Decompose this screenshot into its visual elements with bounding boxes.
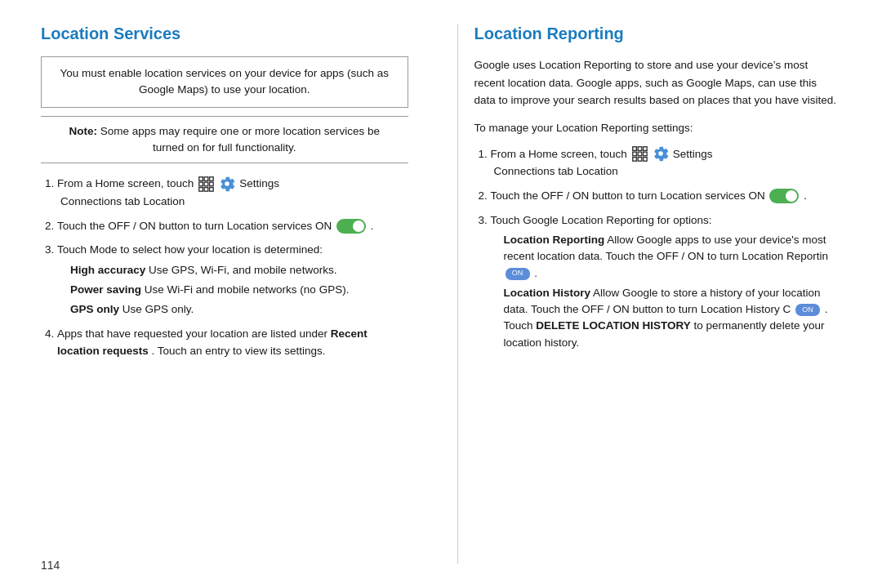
info-box: You must enable location services on you…: [41, 56, 408, 108]
svg-rect-9: [633, 147, 637, 151]
step-1-middle: Settings: [239, 175, 279, 193]
note-label: Note:: [69, 125, 98, 137]
svg-rect-12: [633, 153, 637, 157]
right-column: Location Reporting Google uses Location …: [457, 24, 842, 564]
left-step-3: Touch Mode to select how your location i…: [57, 241, 408, 318]
note-box: Note: Some apps may require one or more …: [41, 116, 408, 164]
step-3-intro: Touch Mode to select how your location i…: [57, 243, 323, 256]
right-step-3-intro: Touch Google Location Reporting for opti…: [491, 214, 712, 226]
right-step-1-suffix: Connections tab Location: [491, 163, 842, 180]
right-step-2-period: .: [804, 189, 807, 202]
toggle-on-history[interactable]: ON: [795, 304, 820, 316]
left-title: Location Services: [41, 24, 408, 43]
toggle-on-right[interactable]: [769, 189, 799, 203]
svg-rect-17: [643, 158, 647, 162]
svg-rect-13: [638, 153, 642, 157]
sub-item-location-history: Location History Allow Google to store a…: [504, 285, 842, 351]
delete-location-label: DELETE LOCATION HISTORY: [536, 319, 691, 332]
right-title: Location Reporting: [474, 24, 842, 43]
gear-icon: [218, 175, 236, 193]
manage-text: To manage your Location Reporting settin…: [474, 119, 842, 137]
svg-rect-11: [643, 147, 647, 151]
page-number: 114: [41, 559, 60, 572]
toggle-on-small[interactable]: ON: [506, 268, 530, 280]
location-history-term: Location History: [504, 287, 591, 299]
right-step-1-middle: Settings: [673, 145, 713, 163]
step-1-line: From a Home screen, touch: [57, 175, 408, 193]
left-column: Location Services You must enable locati…: [41, 24, 425, 564]
grid-icon: [197, 175, 215, 193]
high-accuracy-desc: Use GPS, Wi-Fi, and mobile networks.: [149, 264, 336, 276]
step-1-suffix: Connections tab Location: [57, 193, 408, 211]
right-step-1-prefix: From a Home screen, touch: [491, 145, 627, 163]
step-2-period: .: [371, 220, 374, 232]
step-3-sublist: High accuracy Use GPS, Wi-Fi, and mobile…: [57, 262, 408, 318]
svg-rect-4: [204, 182, 208, 186]
step-4-desc: . Touch an entry to view its settings.: [152, 345, 326, 357]
svg-rect-10: [638, 147, 642, 151]
left-step-4: Apps that have requested your location a…: [57, 325, 408, 360]
left-step-1: From a Home screen, touch: [57, 175, 408, 211]
svg-rect-16: [638, 158, 642, 162]
step-2-text: Touch the OFF / ON button to turn Locati…: [57, 220, 335, 232]
right-grid-icon: [630, 145, 648, 163]
svg-rect-5: [210, 182, 214, 186]
svg-rect-2: [210, 177, 214, 181]
right-description: Google uses Location Reporting to store …: [474, 56, 842, 109]
gps-only-desc: Use GPS only.: [122, 303, 194, 315]
sub-item-power-saving: Power saving Use Wi-Fi and mobile networ…: [70, 282, 408, 298]
svg-rect-3: [199, 182, 203, 186]
sub-item-high-accuracy: High accuracy Use GPS, Wi-Fi, and mobile…: [70, 262, 408, 278]
right-steps-list: From a Home screen, touch: [474, 145, 842, 351]
right-gear-icon: [652, 145, 670, 163]
right-step-1: From a Home screen, touch: [491, 145, 842, 180]
right-step-3: Touch Google Location Reporting for opti…: [491, 212, 842, 351]
location-reporting-period: .: [534, 267, 537, 279]
toggle-on-left[interactable]: [336, 219, 366, 234]
step-1-prefix: From a Home screen, touch: [57, 175, 194, 193]
right-step-1-line: From a Home screen, touch: [491, 145, 842, 163]
svg-rect-1: [204, 177, 208, 181]
sub-item-location-reporting: Location Reporting Allow Google apps to …: [504, 232, 842, 282]
step-4-text: Apps that have requested your location a…: [57, 327, 331, 340]
right-step-3-sublist: Location Reporting Allow Google apps to …: [491, 232, 842, 351]
right-step-2-text: Touch the OFF / ON button to turn Locati…: [491, 189, 768, 202]
svg-rect-14: [643, 153, 647, 157]
power-saving-term: Power saving: [70, 283, 141, 296]
left-step-2: Touch the OFF / ON button to turn Locati…: [57, 217, 408, 235]
svg-rect-6: [199, 188, 203, 192]
svg-rect-7: [204, 188, 208, 192]
note-text: Some apps may require one or more locati…: [100, 125, 380, 154]
left-steps-list: From a Home screen, touch: [41, 175, 408, 360]
high-accuracy-term: High accuracy: [70, 264, 145, 276]
svg-rect-15: [633, 158, 637, 162]
svg-rect-8: [210, 188, 214, 192]
power-saving-desc: Use Wi-Fi and mobile networks (no GPS).: [145, 283, 350, 296]
gps-only-term: GPS only: [70, 303, 119, 315]
svg-rect-0: [199, 177, 203, 181]
location-reporting-term: Location Reporting: [504, 234, 605, 246]
right-step-2: Touch the OFF / ON button to turn Locati…: [491, 187, 842, 205]
sub-item-gps-only: GPS only Use GPS only.: [70, 301, 408, 318]
